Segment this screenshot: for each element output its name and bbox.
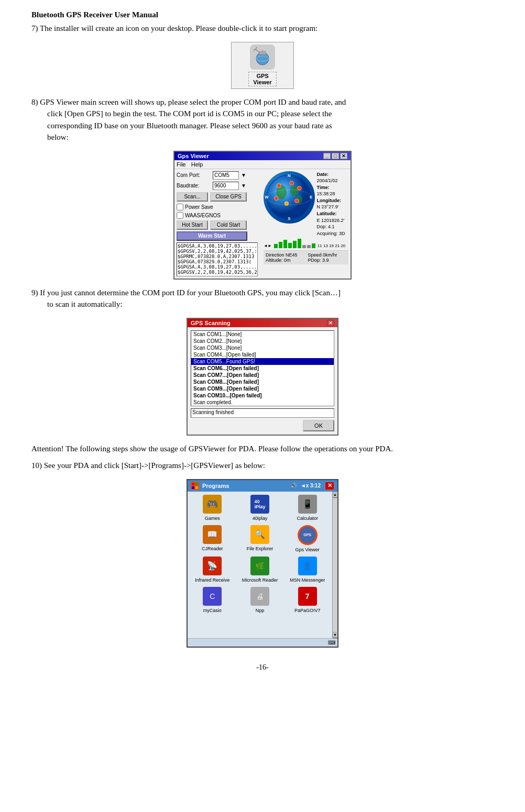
menu-help[interactable]: Help	[191, 161, 203, 168]
pda-time: ◄x 3:12	[301, 483, 321, 488]
scan-status: Scanning finished	[191, 408, 334, 418]
gps-viewer-icon: GPS Viewer	[231, 42, 294, 89]
svg-line-3	[254, 49, 256, 50]
com-label: Com Port:	[177, 172, 211, 178]
step10-text: 10) See your PDA and click [Start]->[Pro…	[31, 460, 494, 472]
gps-footer: Direction NE45 Altitude: 0m Speed 0km/hr…	[264, 250, 348, 264]
close-gps-button[interactable]: Close GPS	[210, 192, 247, 202]
pda-app-games[interactable]: 🎮 Games	[191, 495, 234, 521]
msn-label: MSN Messenger	[290, 577, 325, 583]
npp-label: Npp	[256, 608, 265, 613]
menu-file[interactable]: File	[177, 161, 186, 168]
scan-item-com5-selected[interactable]: Scan COM5...Found GPS!	[191, 358, 334, 365]
scan-content: Scan COM1...[None] Scan COM2...[None] Sc…	[188, 327, 337, 435]
gps-viewer-app-label: Gps Viewer	[295, 547, 319, 552]
waas-check[interactable]	[177, 212, 183, 219]
file-explorer-label: File Explorer	[247, 546, 274, 551]
svg-rect-23	[195, 483, 198, 485]
ms-reader-icon: 🌿	[250, 557, 269, 575]
hot-start-button[interactable]: Hot Start	[177, 220, 208, 230]
papago-icon: 7	[298, 587, 317, 606]
warm-start-button[interactable]: Warm Start	[177, 231, 247, 241]
attention-text: Attention! The following steps show the …	[31, 443, 494, 455]
svg-point-20	[295, 199, 299, 203]
gps-viewer-icon-container: GPS Viewer	[31, 42, 494, 89]
npp-icon: 🖨	[250, 587, 269, 606]
mycasio-icon: C	[203, 587, 222, 606]
40iplay-icon: 40iPlay	[250, 495, 269, 514]
gps-viewer-window-title: Gps Viewer _ □ ✕	[174, 152, 351, 160]
scroll-up-btn[interactable]: ▲	[333, 492, 338, 498]
svg-point-17	[290, 181, 294, 185]
calculator-label: Calculator	[297, 516, 318, 521]
scan-item-com9: Scan COM9...[Open failed]	[191, 385, 334, 392]
pda-app-40iplay[interactable]: 40iPlay 40iplay	[238, 495, 282, 521]
infrared-label: Infrared Receive	[195, 577, 229, 583]
scan-list[interactable]: Scan COM1...[None] Scan COM2...[None] Sc…	[191, 330, 334, 406]
games-icon: 🎮	[203, 495, 222, 514]
scan-close-btn[interactable]: ✕	[327, 320, 334, 326]
scan-ok-button[interactable]: OK	[303, 420, 334, 431]
svg-point-9	[290, 186, 299, 196]
win-minimize[interactable]: _	[323, 153, 331, 159]
scan-item-com1: Scan COM1...[None]	[191, 331, 334, 338]
power-save-label: Power Save	[185, 204, 213, 210]
pda-title-text: Programs	[202, 483, 229, 489]
ms-reader-label: Microsoft Reader	[242, 577, 278, 583]
gps-viewer-window: Gps Viewer _ □ ✕ File Help Com Port: COM…	[173, 151, 352, 280]
pda-title-right: 🔊 ◄x 3:12 ✕	[290, 482, 334, 490]
svg-line-4	[256, 47, 257, 49]
power-save-check[interactable]	[177, 204, 183, 210]
svg-text:N: N	[288, 173, 291, 178]
gps-viewer-window-container: Gps Viewer _ □ ✕ File Help Com Port: COM…	[31, 151, 494, 280]
pda-app-gps-viewer[interactable]: GPS Gps Viewer	[286, 525, 329, 552]
pda-app-ms-reader[interactable]: 🌿 Microsoft Reader	[238, 557, 282, 583]
scan-window-container: GPS Scanning ✕ Scan COM1...[None] Scan C…	[31, 318, 494, 436]
svg-point-16	[277, 184, 281, 188]
file-explorer-icon: 🔍	[250, 525, 269, 544]
win-close[interactable]: ✕	[340, 153, 347, 159]
step8-text: 8) GPS Viewer main screen will shows up,…	[31, 96, 494, 143]
cjreader-icon: 📖	[203, 525, 222, 544]
pda-window-container: Programs 🔊 ◄x 3:12 ✕ 🎮 Games 40iPlay	[31, 479, 494, 648]
page-number: -16-	[31, 663, 494, 672]
cold-start-button[interactable]: Cold Start	[210, 220, 247, 230]
step7-text: 7) The installer will create an icon on …	[31, 23, 494, 35]
pda-start-icon	[191, 482, 199, 490]
pda-app-calculator[interactable]: 📱 Calculator	[286, 495, 329, 521]
svg-text:S: S	[288, 216, 290, 221]
pda-app-cjreader[interactable]: 📖 CJReader	[191, 525, 234, 552]
pda-keyboard-icon[interactable]: ⌨	[328, 640, 335, 646]
gps-globe: N S W E	[264, 171, 315, 224]
pda-app-file-explorer[interactable]: 🔍 File Explorer	[238, 525, 282, 552]
pda-app-msn[interactable]: 👤 MSN Messenger	[286, 557, 329, 583]
gps-controls: Com Port: COM5 ▼ Baudrate: 9600 ▼ Scan..…	[177, 171, 260, 276]
baud-input[interactable]: 9600	[213, 182, 239, 190]
scan-window: GPS Scanning ✕ Scan COM1...[None] Scan C…	[187, 318, 338, 436]
scan-item-com6: Scan COM6...[Open failed]	[191, 365, 334, 372]
pda-app-mycasio[interactable]: C myCasio	[191, 587, 234, 613]
scan-item-com3: Scan COM3...[None]	[191, 344, 334, 351]
signal-bars: ◄► 11 13 19 21 20	[264, 239, 348, 248]
pda-app-papago[interactable]: 7 PaPaGO!V7	[286, 587, 329, 613]
svg-point-18	[297, 186, 301, 191]
page-title: Bluetooth GPS Receiver User Manual	[31, 10, 494, 19]
pda-close-btn[interactable]: ✕	[325, 482, 334, 490]
menu-bar: File Help	[174, 160, 351, 169]
nmea-output: $GPGSA,A,3,08,19,27,03,......... $GPGSV,…	[177, 242, 258, 276]
gps-info: Date: 2004/1/02 Time: 15:38:28 Longitude…	[317, 171, 348, 237]
svg-text:W: W	[265, 195, 269, 199]
cjreader-label: CJReader	[202, 546, 223, 551]
waas-row: WAAS/EGNOS	[177, 212, 260, 219]
win-maximize[interactable]: □	[332, 153, 339, 159]
mycasio-label: myCasio	[203, 608, 222, 613]
com-input[interactable]: COM5	[213, 171, 239, 180]
pda-app-npp[interactable]: 🖨 Npp	[238, 587, 282, 613]
pda-scrollbar[interactable]: ▲ ▼	[332, 492, 337, 638]
pda-app-infrared[interactable]: 📡 Infrared Receive	[191, 557, 234, 583]
games-label: Games	[205, 516, 220, 521]
scroll-down-btn[interactable]: ▼	[333, 632, 338, 638]
scan-button[interactable]: Scan...	[177, 192, 208, 202]
40iplay-label: 40iplay	[253, 516, 268, 521]
pda-speaker-icon: 🔊	[290, 483, 297, 488]
